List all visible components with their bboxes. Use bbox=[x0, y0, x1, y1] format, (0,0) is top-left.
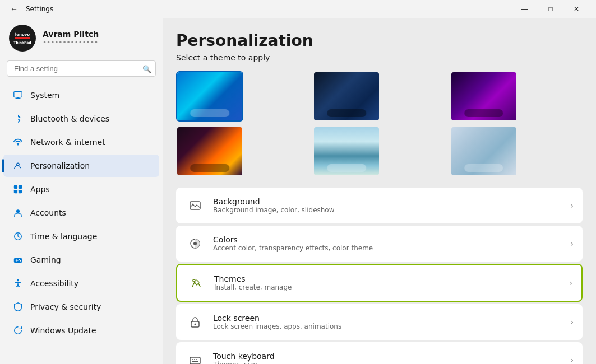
theme-taskbar-2 bbox=[327, 109, 367, 117]
sidebar-label-windowsupdate: Windows Update bbox=[30, 326, 96, 335]
svg-rect-10 bbox=[14, 190, 17, 193]
svg-point-27 bbox=[195, 324, 196, 325]
background-row-subtitle: Background image, color, slideshow bbox=[213, 206, 570, 214]
theme-card-4[interactable] bbox=[176, 126, 243, 176]
settings-row-themes[interactable]: Themes Install, create, manage › bbox=[176, 264, 583, 302]
theme-taskbar-5 bbox=[327, 164, 367, 172]
svg-point-18 bbox=[20, 260, 21, 262]
lockscreen-chevron-icon: › bbox=[570, 318, 574, 326]
lockscreen-row-subtitle: Lock screen images, apps, animations bbox=[213, 323, 570, 330]
theme-preview-6 bbox=[451, 127, 516, 175]
theme-taskbar-3 bbox=[464, 109, 503, 117]
sidebar-label-system: System bbox=[30, 91, 59, 100]
svg-point-17 bbox=[19, 259, 20, 260]
lockscreen-row-icon bbox=[185, 312, 205, 332]
svg-point-21 bbox=[192, 204, 194, 206]
svg-rect-2 bbox=[15, 37, 30, 39]
themes-row-title: Themes bbox=[214, 274, 569, 283]
themes-chevron-icon: › bbox=[569, 278, 572, 287]
sidebar-label-accessibility: Accessibility bbox=[30, 279, 78, 288]
user-email: •••••••••••••• bbox=[43, 39, 99, 46]
sidebar-label-time: Time & language bbox=[30, 232, 97, 241]
svg-rect-4 bbox=[14, 92, 22, 97]
touchkeyboard-row-icon bbox=[185, 350, 205, 364]
sidebar-label-apps: Apps bbox=[30, 185, 50, 194]
sidebar-item-personalization[interactable]: Personalization bbox=[3, 155, 159, 177]
settings-row-background[interactable]: Background Background image, color, slid… bbox=[176, 188, 583, 223]
themes-row-icon bbox=[186, 273, 206, 293]
network-icon bbox=[12, 137, 24, 148]
colors-row-icon bbox=[185, 234, 205, 254]
background-row-icon bbox=[185, 195, 205, 216]
sidebar-item-windowsupdate[interactable]: Windows Update bbox=[3, 319, 159, 342]
colors-chevron-icon: › bbox=[570, 239, 574, 248]
theme-taskbar-4 bbox=[190, 164, 229, 172]
svg-point-12 bbox=[16, 209, 20, 213]
background-row-text: Background Background image, color, slid… bbox=[213, 197, 570, 214]
svg-point-23 bbox=[193, 242, 197, 245]
content-area: Personalization Select a theme to apply bbox=[163, 18, 596, 364]
sidebar-label-network: Network & internet bbox=[30, 138, 105, 147]
svg-point-7 bbox=[17, 163, 20, 166]
main-layout: lenovo ThinkPad Avram Piltch •••••••••••… bbox=[0, 18, 596, 364]
touchkeyboard-chevron-icon: › bbox=[570, 356, 574, 364]
colors-row-title: Colors bbox=[213, 235, 570, 244]
sidebar-item-time[interactable]: Time & language bbox=[3, 225, 159, 248]
maximize-button[interactable]: □ bbox=[538, 0, 563, 18]
accessibility-icon bbox=[12, 278, 24, 289]
sidebar: lenovo ThinkPad Avram Piltch •••••••••••… bbox=[0, 18, 163, 364]
sidebar-item-bluetooth[interactable]: Bluetooth & devices bbox=[3, 108, 159, 130]
theme-card-3[interactable] bbox=[450, 71, 518, 122]
theme-preview-1 bbox=[177, 72, 242, 120]
sidebar-item-system[interactable]: System bbox=[3, 84, 159, 106]
theme-card-1[interactable] bbox=[176, 71, 243, 122]
svg-point-24 bbox=[193, 279, 195, 282]
sidebar-item-accessibility[interactable]: Accessibility bbox=[3, 272, 159, 295]
user-info: Avram Piltch •••••••••••••• bbox=[43, 30, 99, 46]
sidebar-item-privacy[interactable]: Privacy & security bbox=[3, 296, 159, 318]
touchkeyboard-row-title: Touch keyboard bbox=[213, 352, 570, 361]
theme-card-5[interactable] bbox=[313, 126, 380, 176]
svg-text:lenovo: lenovo bbox=[15, 32, 30, 37]
accounts-icon bbox=[12, 207, 24, 218]
theme-subtitle: Select a theme to apply bbox=[176, 53, 583, 62]
search-input[interactable] bbox=[7, 60, 156, 77]
sidebar-item-accounts[interactable]: Accounts bbox=[3, 202, 159, 224]
page-title: Personalization bbox=[176, 31, 583, 50]
settings-row-colors[interactable]: Colors Accent color, transparency effect… bbox=[176, 226, 583, 262]
sidebar-item-gaming[interactable]: Gaming bbox=[3, 249, 159, 271]
user-profile[interactable]: lenovo ThinkPad Avram Piltch •••••••••••… bbox=[0, 18, 163, 60]
sidebar-item-apps[interactable]: Apps bbox=[3, 178, 159, 200]
theme-card-2[interactable] bbox=[313, 71, 380, 122]
avatar: lenovo ThinkPad bbox=[9, 25, 36, 52]
privacy-icon bbox=[12, 301, 24, 312]
titlebar-left: ← Settings bbox=[7, 2, 53, 16]
svg-rect-9 bbox=[19, 185, 22, 189]
settings-row-touchkeyboard[interactable]: Touch keyboard Themes, size › bbox=[176, 342, 583, 364]
theme-card-6[interactable] bbox=[450, 126, 518, 176]
minimize-button[interactable]: — bbox=[512, 0, 538, 18]
theme-preview-5 bbox=[314, 127, 379, 175]
colors-row-text: Colors Accent color, transparency effect… bbox=[213, 235, 570, 252]
search-icon: 🔍 bbox=[142, 64, 151, 73]
svg-line-25 bbox=[197, 280, 199, 282]
titlebar-controls: — □ ✕ bbox=[512, 0, 589, 18]
svg-rect-6 bbox=[17, 97, 19, 99]
colors-row-subtitle: Accent color, transparency effects, colo… bbox=[213, 244, 570, 252]
close-button[interactable]: ✕ bbox=[563, 0, 589, 18]
background-chevron-icon: › bbox=[570, 201, 574, 210]
sidebar-item-network[interactable]: Network & internet bbox=[3, 131, 159, 153]
update-icon bbox=[12, 325, 24, 336]
sidebar-label-gaming: Gaming bbox=[30, 255, 61, 264]
user-name: Avram Piltch bbox=[43, 30, 99, 39]
apps-icon bbox=[12, 184, 24, 195]
svg-rect-28 bbox=[190, 357, 200, 364]
back-button[interactable]: ← bbox=[7, 2, 21, 16]
sidebar-label-privacy: Privacy & security bbox=[30, 302, 101, 311]
svg-rect-8 bbox=[14, 185, 17, 189]
theme-preview-4 bbox=[177, 127, 242, 175]
lockscreen-row-text: Lock screen Lock screen images, apps, an… bbox=[213, 314, 570, 330]
time-icon bbox=[12, 231, 24, 242]
settings-row-lockscreen[interactable]: Lock screen Lock screen images, apps, an… bbox=[176, 304, 583, 340]
theme-preview-3 bbox=[451, 72, 516, 120]
